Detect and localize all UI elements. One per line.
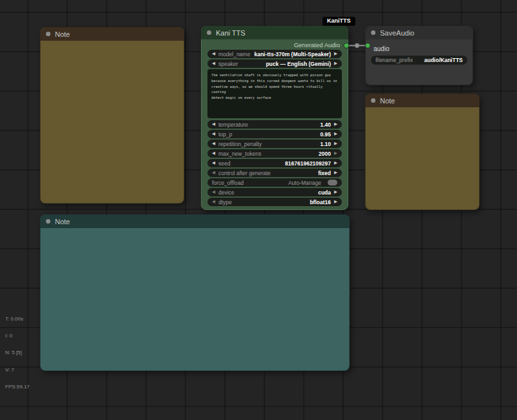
collapse-dot-icon[interactable] <box>371 30 375 35</box>
save-audio-node[interactable]: SaveAudio audio filename_prefix audio/Ka… <box>365 26 473 85</box>
performance-stats: T: 0.00s I: 0 N: 5 [5] V: 7 FPS:59.17 <box>5 305 30 402</box>
increment-arrow-icon[interactable]: ▶ <box>334 61 337 66</box>
decrement-arrow-icon[interactable]: ◀ <box>212 161 215 165</box>
widget-label: dtype <box>218 199 232 205</box>
widget-max-new-tokens[interactable]: ◀ max_new_tokens 2000 ▶ <box>207 149 342 158</box>
decrement-arrow-icon[interactable]: ◀ <box>212 190 215 194</box>
save-audio-node-header[interactable]: SaveAudio <box>365 26 473 39</box>
widget-value[interactable]: 2000 <box>319 151 331 157</box>
widget-filename-prefix[interactable]: filename_prefix audio/KaniTTS <box>371 56 467 65</box>
stat-nodes: N: 5 [5] <box>5 350 30 356</box>
widget-seed[interactable]: ◀ seed 816761962109297 ▶ <box>207 159 342 167</box>
collapse-dot-icon[interactable] <box>371 98 375 103</box>
prompt-textarea[interactable]: The ventilation shaft is obviously trapp… <box>207 69 342 118</box>
widget-label: seed <box>218 160 230 167</box>
widget-value[interactable]: kani-tts-370m (Multi-Speaker) <box>254 51 331 58</box>
widget-label: top_p <box>218 131 232 138</box>
decrement-arrow-icon[interactable]: ◀ <box>212 142 215 146</box>
increment-arrow-icon[interactable]: ▶ <box>334 142 337 146</box>
increment-arrow-icon[interactable]: ▶ <box>334 190 337 194</box>
increment-arrow-icon[interactable]: ▶ <box>334 171 337 175</box>
decrement-arrow-icon[interactable]: ◀ <box>212 171 215 175</box>
kani-tts-node-header[interactable]: Kani TTS <box>201 26 348 39</box>
widget-value[interactable]: audio/KaniTTS <box>425 57 463 63</box>
collapse-dot-icon[interactable] <box>46 219 50 224</box>
widget-temperature[interactable]: ◀ temperature 1.40 ▶ <box>207 120 342 129</box>
node-title: Kani TTS <box>216 29 246 37</box>
output-slot-row: Generated Audio <box>202 40 348 50</box>
decrement-arrow-icon[interactable]: ◀ <box>212 132 215 136</box>
stat-time: T: 0.00s <box>5 317 30 322</box>
increment-arrow-icon[interactable]: ▶ <box>334 200 337 204</box>
widget-label: control after generate <box>218 170 271 176</box>
increment-arrow-icon[interactable]: ▶ <box>334 52 337 56</box>
widget-control-after-generate[interactable]: ◀ control after generate fixed ▶ <box>207 169 342 177</box>
widget-top-p[interactable]: ◀ top_p 0.95 ▶ <box>207 130 342 138</box>
widget-value[interactable]: 816761962109297 <box>285 160 331 167</box>
note-node-header[interactable]: Note <box>365 94 480 107</box>
increment-arrow-icon[interactable]: ▶ <box>334 122 337 127</box>
note-node-top-left[interactable]: Note <box>40 27 184 204</box>
widget-force-offload-toggle[interactable]: force_offload Auto-Manage <box>207 178 342 187</box>
kani-tts-node[interactable]: Kani TTS Generated Audio ◀ model_name ka… <box>201 26 348 210</box>
widget-label: model_name <box>218 51 250 58</box>
widget-label: repetition_penalty <box>218 141 262 147</box>
node-title: Note <box>380 97 395 105</box>
link-midpoint-dot[interactable] <box>355 43 359 48</box>
widget-device[interactable]: ◀ device cuda ▶ <box>207 188 342 196</box>
widget-speaker[interactable]: ◀ speaker puck — English (Gemini) ▶ <box>207 59 342 68</box>
decrement-arrow-icon[interactable]: ◀ <box>212 151 215 156</box>
note-node-bottom[interactable]: Note <box>40 215 350 371</box>
widget-label: speaker <box>218 61 238 67</box>
widget-label: device <box>218 189 235 196</box>
decrement-arrow-icon[interactable]: ◀ <box>212 52 215 56</box>
note-node-right[interactable]: Note <box>365 94 480 210</box>
widget-value[interactable]: 1.10 <box>320 141 331 147</box>
input-slot-label: audio <box>374 45 389 52</box>
widget-value[interactable]: cuda <box>318 189 331 196</box>
widget-label: force_offload <box>212 180 244 186</box>
widget-value[interactable]: puck — English (Gemini) <box>266 61 331 67</box>
input-slot-row: audio <box>366 43 472 54</box>
decrement-arrow-icon[interactable]: ◀ <box>212 122 215 127</box>
widget-value[interactable]: bfloat16 <box>310 199 331 205</box>
decrement-arrow-icon[interactable]: ◀ <box>212 200 215 204</box>
note-node-header[interactable]: Note <box>40 215 350 228</box>
increment-arrow-icon[interactable]: ▶ <box>334 161 337 165</box>
widget-label: temperature <box>218 121 248 128</box>
widget-value[interactable]: 0.95 <box>320 131 331 138</box>
node-title: Note <box>55 218 70 226</box>
collapse-dot-icon[interactable] <box>207 30 211 35</box>
increment-arrow-icon[interactable]: ▶ <box>334 132 337 136</box>
stat-iterations: I: 0 <box>5 333 30 339</box>
widget-model-name[interactable]: ◀ model_name kani-tts-370m (Multi-Speake… <box>207 50 342 58</box>
stat-version: V: 7 <box>5 368 30 373</box>
output-slot-label: Generated Audio <box>294 41 340 48</box>
note-node-header[interactable]: Note <box>40 27 184 41</box>
toggle-knob-icon[interactable] <box>328 180 337 185</box>
widget-value[interactable]: fixed <box>318 170 331 176</box>
widget-repetition-penalty[interactable]: ◀ repetition_penalty 1.10 ▶ <box>207 140 342 148</box>
widget-value[interactable]: 1.40 <box>320 121 331 128</box>
increment-arrow-icon[interactable]: ▶ <box>334 151 337 156</box>
node-editor-canvas[interactable]: Note Kani TTS Generated Audio ◀ model_na… <box>0 0 517 420</box>
widget-value[interactable]: Auto-Manage <box>288 180 321 186</box>
node-title: SaveAudio <box>380 29 414 37</box>
collapse-dot-icon[interactable] <box>46 32 50 36</box>
widget-label: filename_prefix <box>375 57 413 63</box>
workflow-title-badge[interactable]: KaniTTS <box>322 17 355 26</box>
widget-dtype[interactable]: ◀ dtype bfloat16 ▶ <box>207 198 342 206</box>
decrement-arrow-icon[interactable]: ◀ <box>212 61 215 66</box>
widget-label: max_new_tokens <box>218 151 261 157</box>
node-title: Note <box>55 30 70 38</box>
stat-fps: FPS:59.17 <box>5 384 30 390</box>
